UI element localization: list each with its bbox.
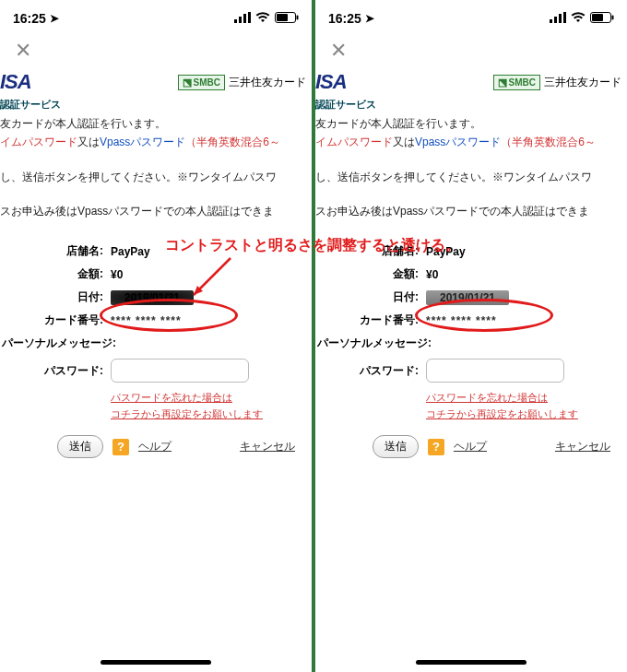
battery-icon bbox=[275, 11, 299, 26]
service-label: 認証サービス bbox=[315, 98, 627, 112]
value-amount: ¥0 bbox=[422, 268, 438, 281]
smbc-brand: ⬔SMBC 三井住友カード bbox=[178, 75, 306, 90]
signal-icon bbox=[234, 11, 251, 26]
battery-icon bbox=[590, 11, 614, 26]
text-line-2: イムパスワード又はVpassパスワード（半角英数混合6～ bbox=[0, 134, 308, 152]
pane-after: 16:25 ➤ ✕ ISA ⬔SMBC 三井住友カード bbox=[315, 0, 627, 672]
label-personal-message: パーソナルメッセージ: bbox=[315, 336, 435, 351]
label-amount: 金額: bbox=[0, 266, 107, 282]
text-line-3: し、送信ボタンを押してください。※ワンタイムパスワ bbox=[0, 169, 308, 187]
label-store: 店舗名: bbox=[0, 243, 107, 259]
label-date: 日付: bbox=[0, 289, 107, 305]
password-input[interactable] bbox=[111, 359, 249, 383]
wifi-icon bbox=[571, 11, 586, 26]
location-icon: ➤ bbox=[50, 12, 59, 25]
svg-rect-15 bbox=[612, 16, 614, 20]
value-store: PayPay bbox=[422, 245, 466, 258]
link-reset-password[interactable]: コチラから再設定をお願いします bbox=[426, 407, 620, 423]
value-store: PayPay bbox=[107, 245, 150, 258]
svg-rect-14 bbox=[592, 14, 603, 21]
leaf-icon: ⬔ bbox=[498, 77, 507, 88]
smbc-brand: ⬔SMBC 三井住友カード bbox=[493, 75, 621, 90]
visa-logo-fragment: ISA bbox=[315, 70, 347, 94]
text-line-1: 友カードが本人認証を行います。 bbox=[315, 115, 623, 134]
cancel-link[interactable]: キャンセル bbox=[240, 439, 295, 454]
value-date-revealed: 2019/01/21 bbox=[422, 290, 509, 305]
help-link[interactable]: ヘルプ bbox=[454, 439, 487, 454]
home-indicator bbox=[416, 660, 526, 665]
label-password: パスワード: bbox=[315, 363, 422, 379]
value-amount: ¥0 bbox=[107, 268, 123, 281]
text-line-2: イムパスワード又はVpassパスワード（半角英数混合6～ bbox=[315, 134, 623, 152]
submit-button[interactable]: 送信 bbox=[57, 435, 103, 458]
status-bar: 16:25 ➤ bbox=[0, 0, 312, 33]
link-forgot-password[interactable]: パスワードを忘れた場合は bbox=[426, 390, 620, 407]
link-reset-password[interactable]: コチラから再設定をお願いします bbox=[111, 407, 304, 423]
text-line-4: スお申込み後はVpassパスワードでの本人認証はできま bbox=[315, 203, 623, 221]
submit-button[interactable]: 送信 bbox=[373, 435, 419, 458]
svg-rect-0 bbox=[234, 19, 237, 23]
close-icon[interactable]: ✕ bbox=[330, 41, 350, 61]
location-icon: ➤ bbox=[365, 12, 374, 25]
text-line-4: スお申込み後はVpassパスワードでの本人認証はできま bbox=[0, 203, 308, 221]
label-date: 日付: bbox=[315, 289, 422, 305]
password-input[interactable] bbox=[426, 359, 564, 383]
svg-rect-10 bbox=[554, 17, 557, 23]
svg-rect-6 bbox=[297, 16, 299, 20]
cancel-link[interactable]: キャンセル bbox=[555, 439, 610, 454]
signal-icon bbox=[550, 11, 566, 26]
status-time: 16:25 bbox=[13, 11, 46, 26]
svg-rect-11 bbox=[559, 14, 562, 23]
status-time: 16:25 bbox=[328, 11, 361, 26]
label-password: パスワード: bbox=[0, 363, 107, 379]
home-indicator bbox=[101, 660, 211, 665]
svg-rect-5 bbox=[277, 14, 288, 21]
leaf-icon: ⬔ bbox=[183, 77, 192, 88]
value-card: **** **** **** bbox=[107, 314, 182, 327]
svg-rect-2 bbox=[243, 14, 246, 23]
help-icon[interactable]: ? bbox=[428, 439, 444, 455]
close-icon[interactable]: ✕ bbox=[15, 41, 35, 61]
label-personal-message: パーソナルメッセージ: bbox=[0, 336, 120, 351]
label-store: 店舗名: bbox=[315, 243, 422, 259]
link-forgot-password[interactable]: パスワードを忘れた場合は bbox=[111, 390, 304, 407]
visa-logo-fragment: ISA bbox=[0, 70, 31, 94]
pane-before: 16:25 ➤ ✕ ISA ⬔SMBC 三井住友カード bbox=[0, 0, 312, 672]
status-bar: 16:25 ➤ bbox=[315, 0, 627, 33]
svg-rect-12 bbox=[563, 12, 566, 23]
svg-rect-3 bbox=[248, 12, 251, 23]
svg-rect-9 bbox=[550, 19, 552, 23]
svg-rect-1 bbox=[239, 17, 242, 23]
wifi-icon bbox=[255, 11, 270, 26]
help-link[interactable]: ヘルプ bbox=[138, 439, 172, 454]
service-label: 認証サービス bbox=[0, 98, 312, 112]
label-card: カード番号: bbox=[0, 312, 107, 328]
help-icon[interactable]: ? bbox=[112, 439, 129, 455]
label-amount: 金額: bbox=[315, 266, 422, 282]
comparison-container: 16:25 ➤ ✕ ISA ⬔SMBC 三井住友カード bbox=[0, 0, 627, 672]
label-card: カード番号: bbox=[315, 312, 422, 328]
text-line-1: 友カードが本人認証を行います。 bbox=[0, 115, 308, 134]
value-date-masked: 2019/01/21 bbox=[107, 290, 194, 305]
text-line-3: し、送信ボタンを押してください。※ワンタイムパスワ bbox=[315, 169, 623, 187]
value-card: **** **** **** bbox=[422, 314, 497, 327]
